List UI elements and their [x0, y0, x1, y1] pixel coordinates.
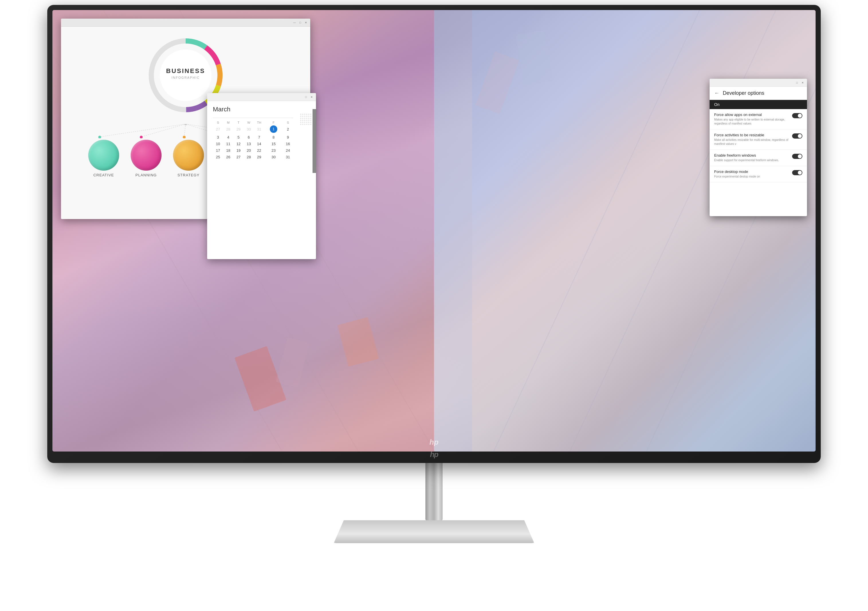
- calendar-month-label: March: [213, 106, 310, 113]
- dev-toggle-4[interactable]: [792, 170, 802, 175]
- cal-day-19[interactable]: 19: [234, 147, 244, 154]
- cal-day-27-prev[interactable]: 27: [213, 124, 223, 134]
- cal-week-3: 10 11 12 13 14 15 16: [213, 141, 293, 147]
- dev-toggle-2-knob: [798, 134, 802, 138]
- bubble-strategy: STRATEGY: [173, 140, 204, 177]
- cal-day-14[interactable]: 14: [254, 141, 264, 147]
- cal-day-27[interactable]: 27: [234, 154, 244, 160]
- cal-day-22[interactable]: 22: [254, 147, 264, 154]
- bubble-planning: PLANNING: [131, 140, 161, 177]
- dev-toggle-3[interactable]: [792, 154, 802, 159]
- dev-toggle-4-knob: [798, 171, 802, 175]
- cal-day-9[interactable]: 9: [283, 134, 293, 141]
- dev-option-4-desc: Force experimental destop mode on: [714, 175, 790, 179]
- calendar-window: □ ✕ March: [207, 93, 316, 259]
- cal-day-16[interactable]: 16: [283, 141, 293, 147]
- infographic-titlebar: — □ ✕: [61, 19, 310, 26]
- cal-day-12[interactable]: 12: [234, 141, 244, 147]
- bubble-creative-label: CREATIVE: [93, 173, 114, 177]
- monitor-wrapper: — □ ✕: [33, 5, 835, 606]
- cal-header-w: W: [244, 121, 254, 124]
- cal-week-5: 25 26 27 28 29 30 31: [213, 154, 293, 160]
- cal-day-23[interactable]: 23: [264, 147, 283, 154]
- svg-text:hp: hp: [430, 450, 439, 459]
- cal-day-30[interactable]: 30: [264, 154, 283, 160]
- cal-day-30-prev[interactable]: 30: [244, 124, 254, 134]
- cal-day-8[interactable]: 8: [264, 134, 283, 141]
- calendar-grid: S M T W TH F S 27: [213, 121, 293, 160]
- cal-day-7[interactable]: 7: [254, 134, 264, 141]
- cal-header-s2: S: [283, 121, 293, 124]
- dev-option-3-desc: Enable support for experimental freeform…: [714, 158, 790, 162]
- bubble-creative: CREATIVE: [88, 140, 119, 177]
- cal-day-4[interactable]: 4: [223, 134, 234, 141]
- cal-day-13[interactable]: 13: [244, 141, 254, 147]
- dev-status-bar: On: [710, 100, 807, 109]
- dev-option-1-title: Force allow apps on external: [714, 113, 790, 117]
- cal-day-6[interactable]: 6: [244, 134, 254, 141]
- dev-option-1-desc: Makes any app eligible to be written to …: [714, 118, 790, 126]
- dev-option-2-desc: Make all activities resizable for multi-…: [714, 138, 790, 146]
- cal-day-29-prev[interactable]: 29: [234, 124, 244, 134]
- dev-option-1: Force allow apps on external Makes any a…: [710, 109, 807, 129]
- dev-maximize-btn[interactable]: □: [795, 81, 799, 85]
- cal-day-1[interactable]: 1: [264, 124, 283, 134]
- dev-option-3-title: Enable freeform windows: [714, 153, 790, 158]
- cal-day-15[interactable]: 15: [264, 141, 283, 147]
- cal-day-28[interactable]: 28: [244, 154, 254, 160]
- cal-day-25[interactable]: 25: [213, 154, 223, 160]
- infographic-minimize-btn[interactable]: —: [293, 21, 296, 25]
- cal-day-31[interactable]: 31: [283, 154, 293, 160]
- bubble-strategy-circle: [173, 140, 204, 171]
- calendar-separator: [213, 118, 293, 118]
- calendar-scrollbar[interactable]: [313, 109, 316, 173]
- cal-header-s1: S: [213, 121, 223, 124]
- cal-day-20[interactable]: 20: [244, 147, 254, 154]
- svg-point-15: [98, 136, 101, 138]
- dev-close-btn[interactable]: ✕: [801, 81, 805, 85]
- cal-day-5[interactable]: 5: [234, 134, 244, 141]
- calendar-titlebar: □ ✕: [207, 93, 316, 101]
- dev-option-2: Force activities to be resizable Make al…: [710, 129, 807, 150]
- svg-point-16: [140, 136, 143, 138]
- cal-day-26[interactable]: 26: [223, 154, 234, 160]
- cal-day-18[interactable]: 18: [223, 147, 234, 154]
- cal-day-31-prev[interactable]: 31: [254, 124, 264, 134]
- developer-window: □ ✕ ← Developer options On Force allow a…: [710, 79, 807, 216]
- dev-option-4-title: Force desktop mode: [714, 170, 790, 174]
- svg-text:BUSINESS: BUSINESS: [166, 67, 205, 74]
- svg-line-10: [141, 124, 186, 137]
- monitor-stand-base: [334, 520, 534, 543]
- hp-logo-screen: hp: [428, 438, 440, 448]
- cal-week-2: 3 4 5 6 7 8 9: [213, 134, 293, 141]
- cal-week-4: 17 18 19 20 22 23 24: [213, 147, 293, 154]
- bubble-planning-circle: [131, 140, 161, 171]
- dev-toggle-2[interactable]: [792, 133, 802, 139]
- dev-toggle-3-knob: [798, 154, 802, 158]
- hp-logo-bezel: hp: [427, 450, 441, 461]
- cal-day-17[interactable]: 17: [213, 147, 223, 154]
- cal-day-24[interactable]: 24: [283, 147, 293, 154]
- svg-text:hp: hp: [429, 438, 439, 446]
- dev-toggle-1[interactable]: [792, 113, 802, 118]
- cal-day-3[interactable]: 3: [213, 134, 223, 141]
- dev-title: Developer options: [723, 90, 764, 96]
- calendar-content: March: [207, 101, 316, 165]
- cal-day-2[interactable]: 2: [283, 124, 293, 134]
- cal-day-28-prev[interactable]: 28: [223, 124, 234, 134]
- bubble-strategy-label: STRATEGY: [177, 173, 199, 177]
- cal-day-10[interactable]: 10: [213, 141, 223, 147]
- bubble-creative-circle: [88, 140, 119, 171]
- cal-header-t1: T: [234, 121, 244, 124]
- dev-toggle-1-knob: [798, 114, 802, 118]
- infographic-close-btn[interactable]: ✕: [304, 21, 308, 25]
- dev-back-button[interactable]: ←: [714, 90, 719, 96]
- cal-day-29[interactable]: 29: [254, 154, 264, 160]
- calendar-dots: [300, 114, 312, 125]
- calendar-maximize-btn[interactable]: □: [304, 95, 308, 99]
- infographic-maximize-btn[interactable]: □: [298, 21, 302, 25]
- dev-option-4: Force desktop mode Force experimental de…: [710, 166, 807, 183]
- calendar-close-btn[interactable]: ✕: [310, 95, 314, 99]
- cal-header-f: F: [264, 121, 283, 124]
- cal-day-11[interactable]: 11: [223, 141, 234, 147]
